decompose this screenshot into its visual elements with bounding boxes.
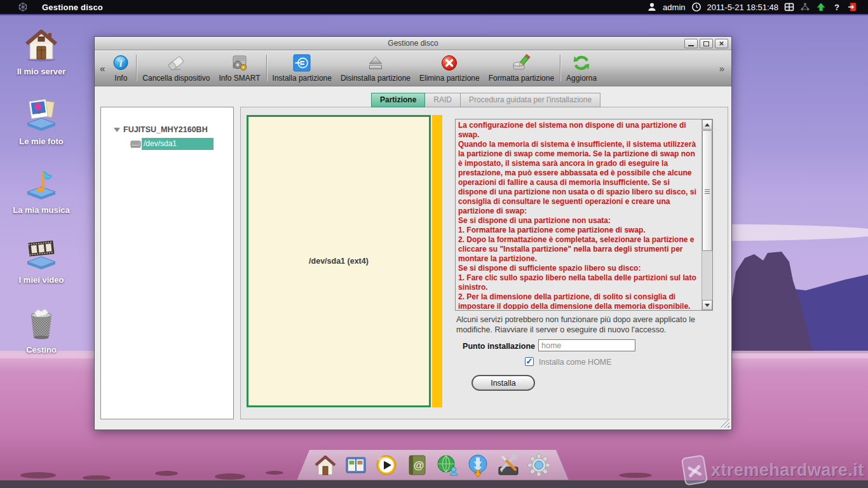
tree-device-row[interactable]: FUJITSU_MHY2160BH: [114, 125, 233, 134]
install-as-home-checkbox[interactable]: [525, 357, 534, 366]
free-space-strip[interactable]: [432, 115, 442, 407]
install-as-home-label: Installa come HOME: [539, 358, 612, 367]
watermark-text: xtremehardware.it: [711, 461, 864, 480]
network-icon[interactable]: [800, 2, 810, 12]
toolbar-erase-device-button[interactable]: Cancella dispositivo: [138, 50, 214, 86]
music-icon: [22, 164, 60, 202]
toolbar-separator: [136, 55, 137, 81]
desktop-icon-label: Le mie foto: [8, 137, 75, 146]
toolbar-label: Installa partizione: [273, 74, 332, 83]
mount-point-label: Punto installazione: [455, 342, 535, 351]
videos-icon: [22, 234, 60, 272]
photos-icon: [22, 95, 60, 133]
scroll-down-button[interactable]: [702, 300, 712, 310]
server-house-icon: [22, 25, 60, 64]
settings-gear-icon[interactable]: [526, 452, 552, 478]
media-play-icon[interactable]: [374, 452, 399, 478]
toolbar-refresh-button[interactable]: Aggiorna: [562, 50, 601, 86]
help-icon[interactable]: ?: [832, 3, 842, 12]
desktop: Gestione disco admin 2011-5-21 18:51:48: [0, 0, 868, 488]
close-button[interactable]: ✕: [715, 39, 728, 48]
format-pencil-icon: [512, 53, 531, 72]
desktop-icon-music[interactable]: La mia musica: [8, 164, 75, 215]
mount-point-input[interactable]: [538, 339, 635, 351]
tab-install-wizard[interactable]: Procedura guidata per l'installazione: [461, 93, 600, 107]
tab-raid[interactable]: RAID: [425, 93, 461, 107]
clock-icon: [691, 2, 702, 12]
arrow-up-icon: [705, 123, 710, 126]
desktop-icon-trash[interactable]: Cestino: [8, 304, 75, 355]
mount-plug-icon: [292, 53, 311, 72]
toolbar-unmount-partition-button[interactable]: Disinstalla partizione: [336, 50, 415, 86]
logged-in-user[interactable]: admin: [663, 3, 685, 12]
tree-expander-icon[interactable]: [114, 128, 120, 132]
tree-partition-row[interactable]: /dev/sda1: [130, 138, 233, 150]
address-book-icon[interactable]: @: [404, 452, 430, 478]
device-tree-panel: FUJITSU_MHY2160BH /dev/sda1: [100, 107, 234, 419]
upload-arrow-icon[interactable]: [816, 2, 826, 12]
toolbar-info-button[interactable]: i Info: [107, 50, 135, 86]
scrollbar[interactable]: [702, 119, 712, 310]
dock: @: [289, 450, 575, 480]
install-button[interactable]: Installa: [471, 375, 535, 391]
desktop-icon-photos[interactable]: Le mie foto: [8, 95, 75, 146]
system-datetime: 2011-5-21 18:51:48: [707, 3, 779, 12]
svg-text:@: @: [414, 459, 424, 471]
tab-partizione[interactable]: Partizione: [371, 93, 425, 107]
toolbar-delete-partition-button[interactable]: Elimina partizione: [415, 50, 484, 86]
minimize-button[interactable]: [684, 39, 698, 48]
toolbar-separator: [266, 55, 267, 81]
toolbar-separator: [560, 55, 560, 81]
system-logo-icon[interactable]: [18, 2, 28, 12]
toolbar-overflow-right-icon[interactable]: »: [717, 64, 728, 73]
partition-main-panel: /dev/sda1 (ext4) La configurazione del s…: [240, 107, 728, 419]
toolbar-smart-info-button[interactable]: Info SMART: [214, 50, 264, 86]
toolbar-label: Info: [114, 74, 127, 83]
network-globe-icon[interactable]: [435, 452, 460, 478]
partition-map-block[interactable]: /dev/sda1 (ext4): [247, 115, 431, 407]
tree-device-label: FUJITSU_MHY2160BH: [123, 125, 208, 134]
trash-icon: [22, 304, 60, 342]
toolbar-label: Formatta partizione: [489, 74, 554, 83]
disk-tools-icon[interactable]: [496, 452, 521, 478]
toolbar-mount-partition-button[interactable]: Installa partizione: [268, 50, 336, 86]
desktop-icon-videos[interactable]: I miei video: [8, 234, 75, 285]
swap-info-box: La configurazione del sistema non dispon…: [455, 119, 713, 311]
maximize-button[interactable]: [700, 39, 713, 48]
home-icon[interactable]: [313, 452, 338, 478]
window-toolbar: « i Info: [95, 50, 731, 86]
toolbar-overflow-left-icon[interactable]: «: [98, 64, 107, 73]
arrow-down-icon: [705, 304, 710, 307]
watermark-x-badge-icon: [681, 454, 708, 485]
toolbar-format-partition-button[interactable]: Formatta partizione: [484, 50, 559, 86]
refresh-icon: [572, 53, 591, 72]
scroll-up-button[interactable]: [702, 119, 712, 130]
desktop-icon-label: I miei video: [8, 275, 75, 285]
info-icon: i: [111, 53, 130, 72]
desktop-icon-label: Cestino: [8, 345, 75, 355]
desktop-icon-label: Il mio server: [8, 67, 75, 76]
maximize-icon: [703, 41, 709, 46]
user-icon[interactable]: [647, 2, 657, 12]
desktop-icon-label: La mia musica: [8, 205, 75, 215]
windows-grid-icon[interactable]: [784, 2, 794, 12]
disk-management-window: Gestione disco ✕ « i Info: [94, 36, 732, 430]
view-tabs: Partizione RAID Procedura guidata per l'…: [371, 93, 600, 107]
delete-x-icon: [440, 53, 459, 72]
smart-disk-icon: [230, 53, 249, 72]
scrollbar-grip-icon: [705, 189, 710, 195]
scrollbar-thumb[interactable]: [702, 130, 712, 251]
window-resize-grip[interactable]: [720, 418, 729, 428]
swap-info-text: La configurazione del sistema non dispon…: [458, 121, 699, 309]
partition-detail-column: La configurazione del sistema non dispon…: [455, 107, 718, 419]
toolbar-label: Info SMART: [219, 74, 260, 83]
desktop-icon-server[interactable]: Il mio server: [8, 25, 75, 76]
eject-icon: [366, 53, 385, 72]
disk-drive-icon: [130, 139, 141, 149]
toolbar-label: Disinstalla partizione: [341, 74, 410, 83]
tree-partition-label-selected[interactable]: /dev/sda1: [142, 138, 214, 150]
download-globe-icon[interactable]: [465, 452, 491, 478]
window-titlebar[interactable]: Gestione disco ✕: [95, 37, 731, 50]
photo-album-icon[interactable]: [343, 452, 369, 478]
logout-icon[interactable]: [848, 2, 858, 12]
